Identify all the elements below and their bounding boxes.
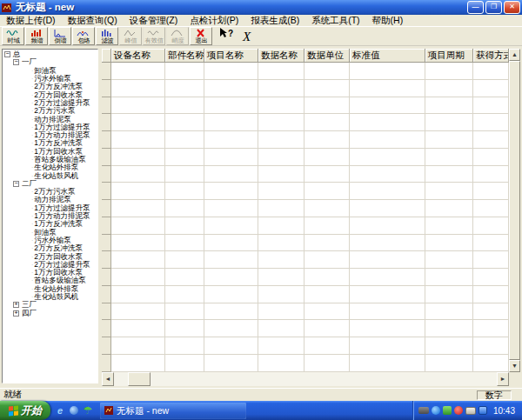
printer-icon[interactable] — [465, 407, 476, 415]
toolbar-button-kurtosis[interactable]: 峭度 — [166, 27, 189, 45]
toolbar-button-spectrum[interactable]: 频谱 — [25, 27, 48, 45]
toolbar-button-label: 滤波 — [101, 37, 113, 44]
table-row[interactable] — [102, 149, 509, 166]
table-row[interactable] — [102, 251, 509, 269]
table-row[interactable] — [102, 166, 509, 183]
scroll-up-button[interactable]: ▲ — [509, 49, 520, 61]
scroll-down-button[interactable]: ▼ — [509, 360, 520, 372]
collapse-icon[interactable]: − — [13, 59, 19, 65]
collapse-icon[interactable]: − — [13, 181, 19, 187]
expand-icon[interactable]: + — [13, 302, 19, 308]
table-row[interactable] — [102, 63, 509, 80]
table-row[interactable] — [102, 269, 509, 286]
table-row[interactable] — [102, 235, 509, 252]
table-row[interactable] — [102, 200, 509, 217]
tree-connector: · — [31, 253, 33, 261]
table-cell — [304, 166, 350, 183]
table-cell — [350, 80, 425, 97]
toolbar-button-cepstrum[interactable]: 倒谱 — [49, 27, 71, 45]
scroll-right-button[interactable]: ► — [497, 372, 509, 386]
table-row[interactable] — [102, 183, 509, 200]
column-header-8[interactable]: 获得方式 — [473, 49, 509, 63]
scroll-left-button[interactable]: ◄ — [102, 372, 114, 386]
menu-item-5[interactable]: 报表生成(B) — [244, 15, 305, 26]
table-row[interactable] — [102, 320, 509, 337]
network-icon[interactable] — [478, 406, 487, 415]
table-cell — [304, 269, 350, 286]
tree-connector: · — [31, 220, 33, 228]
close-button[interactable]: ✕ — [504, 1, 520, 14]
toolbar-button-exit[interactable]: 退出 — [190, 27, 212, 45]
table-row[interactable] — [102, 355, 509, 372]
table-cell — [258, 337, 304, 355]
column-header-5[interactable]: 数据单位 — [304, 49, 350, 63]
horizontal-scrollbar[interactable]: ◄ ► — [102, 372, 509, 386]
column-header-3[interactable]: 项目名称 — [204, 49, 258, 63]
tree-item-leaf-1-6[interactable]: ·2万方污水泵 — [3, 107, 97, 115]
table-row[interactable] — [102, 114, 509, 131]
vertical-scroll-thumb[interactable] — [509, 61, 520, 360]
table-cell — [473, 320, 509, 337]
taskbar-task-button[interactable]: 无标题 - new — [100, 403, 246, 419]
expand-icon[interactable]: + — [13, 310, 19, 317]
menu-item-1[interactable]: 数据上传(D) — [0, 15, 62, 26]
table-row[interactable] — [102, 217, 509, 235]
tree-item-leaf-1-14[interactable]: ·生化站鼓风机 — [3, 171, 97, 179]
table-cell — [425, 251, 473, 269]
collapse-icon[interactable]: − — [4, 51, 10, 57]
tree-item-group-4[interactable]: +四厂 — [3, 310, 97, 317]
restore-button[interactable]: ❐ — [485, 1, 502, 14]
table-row[interactable] — [102, 97, 509, 115]
table-cell — [473, 355, 509, 372]
toolbar-button-time-domain[interactable]: 时域 — [2, 27, 24, 45]
menu-item-6[interactable]: 系统工具(T) — [305, 15, 365, 26]
minimize-button[interactable]: — — [467, 1, 484, 14]
ie-icon[interactable]: e — [54, 404, 66, 417]
antivirus-green-icon[interactable] — [443, 406, 452, 415]
toolbar-button-peak[interactable]: 峰值 — [119, 27, 142, 45]
column-header-2[interactable]: 部件名称 — [165, 49, 204, 63]
table-row[interactable] — [102, 131, 509, 149]
menu-item-7[interactable]: 帮助(H) — [366, 15, 410, 26]
column-header-6[interactable]: 标准值 — [350, 49, 425, 63]
table-cell — [204, 235, 258, 252]
table-cell — [258, 166, 304, 183]
table-cell — [165, 166, 204, 183]
table-row[interactable] — [102, 337, 509, 355]
table-row[interactable] — [102, 303, 509, 321]
tree-item-root[interactable]: −总 — [3, 50, 97, 58]
tree-item-group-3[interactable]: +三厂 — [3, 301, 97, 309]
column-header-4[interactable]: 数据名称 — [258, 49, 304, 63]
taskbar-clock[interactable]: 10:43 — [493, 406, 515, 416]
messenger-icon[interactable] — [432, 406, 440, 415]
formula-x-button[interactable]: X — [243, 29, 251, 44]
horizontal-scroll-thumb[interactable] — [128, 372, 151, 386]
column-header-7[interactable]: 项目周期 — [425, 49, 473, 63]
menu-item-3[interactable]: 设备管理(Z) — [124, 15, 184, 26]
start-button-label: 开始 — [21, 403, 42, 418]
column-header-1[interactable]: 设备名称 — [111, 49, 165, 63]
tree-item-leaf-2-14[interactable]: ·生化站鼓风机 — [3, 293, 97, 301]
toolbar-button-filter[interactable]: 滤波 — [96, 27, 118, 45]
table-cell — [425, 286, 473, 303]
context-help-icon[interactable]: ? — [218, 27, 234, 45]
msn-icon[interactable] — [68, 404, 80, 417]
table-row[interactable] — [102, 286, 509, 303]
window-title: 无标题 - new — [16, 1, 465, 14]
umbrella-icon[interactable]: ☂ — [82, 404, 94, 417]
toolbar-button-envelope[interactable]: 包络 — [72, 27, 95, 45]
table-cell — [204, 200, 258, 217]
table-cell — [473, 269, 509, 286]
table-cell — [204, 131, 258, 149]
toolbar-button-rms[interactable]: 有效值 — [143, 27, 165, 45]
antivirus-red-icon[interactable] — [454, 406, 463, 415]
device-icon[interactable] — [418, 407, 429, 414]
menu-item-4[interactable]: 点检计划(P) — [184, 15, 244, 26]
column-header-0[interactable] — [102, 49, 111, 63]
app-icon[interactable] — [2, 3, 12, 13]
start-button[interactable]: 开始 — [0, 401, 50, 420]
menu-item-2[interactable]: 数据查询(Q) — [62, 15, 124, 26]
table-row[interactable] — [102, 80, 509, 97]
vertical-scrollbar[interactable]: ▲ ▼ — [509, 49, 520, 372]
exit-icon — [194, 29, 208, 37]
